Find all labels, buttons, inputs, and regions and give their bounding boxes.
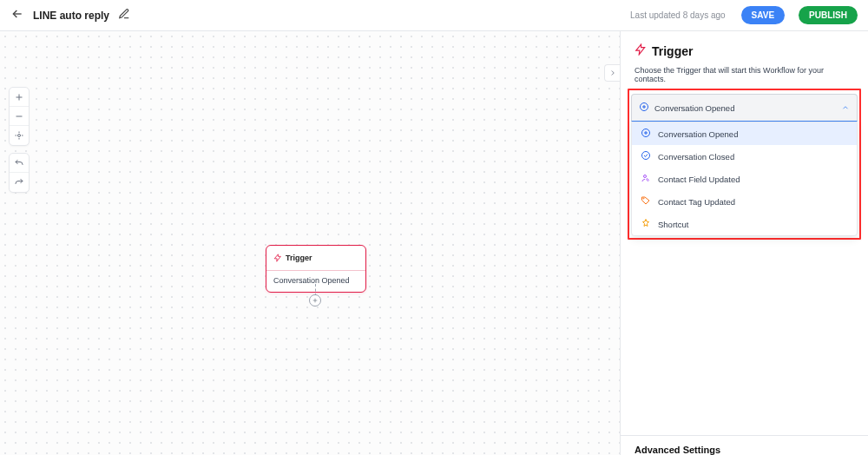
trigger-node[interactable]: Trigger Conversation Opened <box>266 245 366 293</box>
user-edit-icon <box>641 173 651 185</box>
back-icon[interactable] <box>10 7 24 24</box>
add-step-button[interactable] <box>309 294 321 307</box>
zoom-tool-group <box>9 87 30 146</box>
trigger-node-title: Trigger <box>286 254 312 262</box>
trigger-dropdown: Conversation Opened Conversation Closed … <box>631 122 858 236</box>
collapse-panel-button[interactable] <box>604 64 620 82</box>
highlight-annotation: Conversation Opened Conversation Opened <box>628 89 861 240</box>
option-label: Contact Field Updated <box>658 175 740 184</box>
option-conversation-closed[interactable]: Conversation Closed <box>632 145 857 168</box>
panel-description: Choose the Trigger that will start this … <box>635 66 854 83</box>
lightning-icon <box>635 43 647 59</box>
zoom-in-button[interactable] <box>10 88 29 107</box>
redo-button[interactable] <box>10 173 29 192</box>
body: Trigger Conversation Opened Trigger Choo… <box>0 31 868 455</box>
plus-circle-icon <box>639 100 649 115</box>
zoom-out-button[interactable] <box>10 107 29 126</box>
svg-point-5 <box>643 198 644 199</box>
save-button[interactable]: SAVE <box>741 6 786 24</box>
tag-icon <box>641 195 651 208</box>
fit-view-button[interactable] <box>10 126 29 145</box>
panel-title-row: Trigger <box>635 43 854 59</box>
svg-point-0 <box>18 135 21 137</box>
workflow-title: LINE auto reply <box>33 10 109 22</box>
edit-title-icon[interactable] <box>118 8 130 23</box>
panel-spacer <box>635 240 854 435</box>
workflow-canvas[interactable]: Trigger Conversation Opened <box>0 31 620 455</box>
option-contact-field-updated[interactable]: Contact Field Updated <box>632 168 857 190</box>
app-root: LINE auto reply Last updated 8 days ago … <box>0 0 868 455</box>
trigger-select-value: Conversation Opened <box>654 103 836 113</box>
header-left: LINE auto reply <box>10 7 130 24</box>
option-label: Shortcut <box>658 220 688 229</box>
undo-button[interactable] <box>10 154 29 173</box>
option-label: Conversation Closed <box>658 152 734 162</box>
option-conversation-opened[interactable]: Conversation Opened <box>632 122 857 145</box>
panel-inner: Trigger Choose the Trigger that will sta… <box>621 31 868 435</box>
option-label: Conversation Opened <box>658 129 738 139</box>
chevron-up-icon <box>841 100 850 115</box>
trigger-node-header: Trigger <box>266 246 365 271</box>
option-shortcut[interactable]: Shortcut <box>632 213 857 235</box>
header-bar: LINE auto reply Last updated 8 days ago … <box>0 0 868 31</box>
shortcut-icon <box>641 218 651 230</box>
publish-button[interactable]: PUBLISH <box>799 6 858 24</box>
svg-point-3 <box>642 152 650 160</box>
panel-footer: Advanced Settings <box>621 435 868 455</box>
plus-circle-icon <box>641 128 651 140</box>
trigger-panel: Trigger Choose the Trigger that will sta… <box>620 31 868 455</box>
panel-title: Trigger <box>652 44 693 58</box>
option-label: Contact Tag Updated <box>658 197 735 207</box>
trigger-select[interactable]: Conversation Opened <box>631 94 858 122</box>
lightning-icon <box>273 250 282 266</box>
trigger-node-body: Conversation Opened <box>266 271 365 292</box>
option-contact-tag-updated[interactable]: Contact Tag Updated <box>632 190 857 213</box>
history-tool-group <box>9 153 30 193</box>
check-circle-icon <box>641 150 651 162</box>
last-updated-label: Last updated 8 days ago <box>630 10 726 20</box>
svg-point-4 <box>644 175 647 178</box>
advanced-settings-heading[interactable]: Advanced Settings <box>635 445 854 455</box>
canvas-toolbar <box>9 87 30 200</box>
